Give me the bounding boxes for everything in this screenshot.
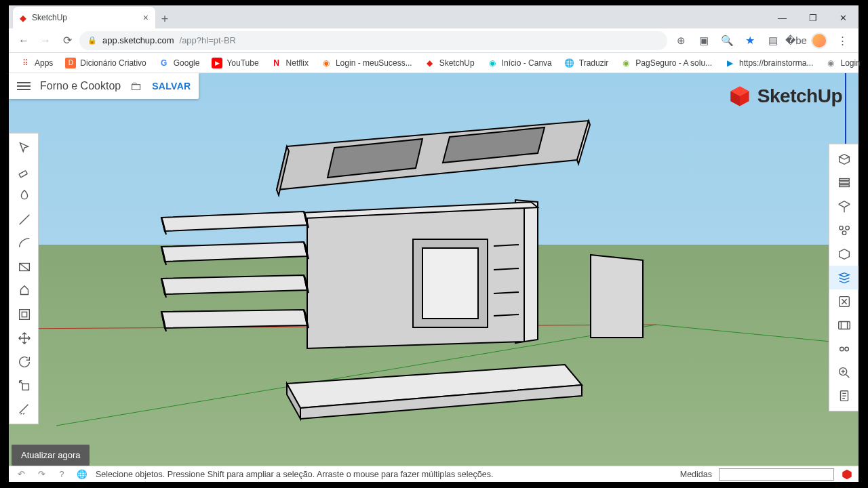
svg-point-44 xyxy=(840,226,844,230)
url-path: /app?hl=pt-BR xyxy=(180,35,236,45)
address-row: ← → ⟳ 🔒 app.sketchup.com/app?hl=pt-BR ⊕ … xyxy=(9,28,859,53)
nav-forward-button[interactable]: → xyxy=(36,31,55,50)
menu-hamburger-icon[interactable] xyxy=(17,82,31,90)
bookmark-google[interactable]: GGoogle xyxy=(153,55,205,71)
views-panel[interactable] xyxy=(829,337,859,361)
svg-marker-53 xyxy=(842,469,852,479)
browser-tab[interactable]: ◆ SketchUp × xyxy=(13,7,155,28)
tab-close-icon[interactable]: × xyxy=(143,12,149,23)
nav-back-button[interactable]: ← xyxy=(14,31,33,50)
app-header: Forno e Cooktop 🗀 SALVAR xyxy=(9,73,199,99)
nav-reload-button[interactable]: ⟳ xyxy=(58,31,77,50)
instructor-panel[interactable] xyxy=(829,171,859,195)
sketchup-favicon: ◆ xyxy=(20,13,26,23)
document-title[interactable]: Forno e Cooktop xyxy=(40,80,121,92)
eraser-tool[interactable] xyxy=(9,160,39,184)
line-tool[interactable] xyxy=(9,207,39,231)
window-close[interactable]: ✕ xyxy=(828,7,859,28)
address-bar[interactable]: 🔒 app.sketchup.com/app?hl=pt-BR xyxy=(79,31,667,50)
status-hint: Selecione objetos. Pressione Shift para … xyxy=(96,470,493,479)
extensions-icon[interactable]: �be xyxy=(788,33,804,49)
scenes-panel[interactable] xyxy=(829,313,859,337)
status-bar: ↶ ↷ ? 🌐 Selecione objetos. Pressione Shi… xyxy=(9,466,859,482)
select-tool[interactable] xyxy=(9,136,39,160)
bookmark-icon: ▶ xyxy=(724,58,735,68)
zoom-icon[interactable]: ⊕ xyxy=(673,33,689,49)
tab-strip: ◆ SketchUp × + — ❐ ✕ xyxy=(9,5,859,28)
brand-logo: SketchUp xyxy=(728,84,842,108)
bookmark-dicionario[interactable]: DDicionário Criativo xyxy=(60,55,151,71)
svg-rect-38 xyxy=(20,309,30,319)
search-panel[interactable] xyxy=(829,361,859,384)
paint-tool[interactable] xyxy=(9,184,39,207)
bookmark-icon: ◉ xyxy=(620,58,631,68)
scale-tool[interactable] xyxy=(9,373,39,397)
measurement-input[interactable] xyxy=(719,468,834,481)
bookmark-icon: ◉ xyxy=(825,58,836,68)
language-icon[interactable]: 🌐 xyxy=(75,468,89,481)
svg-rect-48 xyxy=(839,321,850,329)
bookmark-youtube[interactable]: ▶YouTube xyxy=(206,55,264,71)
arc-tool[interactable] xyxy=(9,231,39,255)
offset-tool[interactable] xyxy=(9,302,39,326)
window-controls: — ❐ ✕ xyxy=(767,7,859,28)
redo-icon[interactable]: ↷ xyxy=(35,468,48,481)
pushpull-tool[interactable] xyxy=(9,279,39,302)
bookmark-login[interactable]: ◉Login xyxy=(820,55,865,71)
bookmark-brainstorm[interactable]: ▶https://brainstorma... xyxy=(719,55,818,71)
components-panel[interactable] xyxy=(829,195,859,218)
new-tab-button[interactable]: + xyxy=(155,9,174,28)
update-banner[interactable]: Atualizar agora xyxy=(12,445,90,466)
svg-point-46 xyxy=(842,230,846,235)
measurement-label: Medidas xyxy=(680,470,712,479)
window-maximize[interactable]: ❐ xyxy=(797,7,828,28)
materials-panel[interactable] xyxy=(829,218,859,242)
bookmark-canva[interactable]: ◉Início - Canva xyxy=(481,55,557,71)
sketchup-icon: ◆ xyxy=(425,58,435,68)
bookmark-login-meusucess[interactable]: ◉Login - meuSucess... xyxy=(315,55,418,71)
bookmark-icon: ◉ xyxy=(321,58,332,68)
styles-panel[interactable] xyxy=(829,242,859,266)
youtube-icon: ▶ xyxy=(212,58,222,68)
svg-rect-42 xyxy=(840,182,850,184)
help-icon[interactable]: ? xyxy=(55,468,68,481)
viewport-canvas[interactable] xyxy=(9,73,859,482)
rectangle-tool[interactable] xyxy=(9,255,39,279)
outliner-panel[interactable] xyxy=(829,384,859,408)
entity-info-panel[interactable] xyxy=(829,147,859,171)
bookmark-traduzir[interactable]: 🌐Traduzir xyxy=(559,55,614,71)
chrome-window: ◆ SketchUp × + — ❐ ✕ ← → ⟳ 🔒 app.sketchu… xyxy=(9,5,859,482)
tape-tool[interactable] xyxy=(9,397,39,421)
reading-list-icon[interactable]: ▤ xyxy=(765,33,781,49)
search-icon[interactable]: 🔍 xyxy=(719,33,735,49)
move-tool[interactable] xyxy=(9,326,39,350)
bookmark-apps[interactable]: ⠿Apps xyxy=(14,55,58,71)
svg-point-49 xyxy=(840,347,844,351)
svg-rect-36 xyxy=(19,170,27,177)
layers-panel[interactable] xyxy=(829,266,859,289)
translate-icon: 🌐 xyxy=(564,58,575,68)
svg-rect-39 xyxy=(22,312,26,317)
svg-point-45 xyxy=(846,226,850,230)
window-minimize[interactable]: — xyxy=(767,7,797,28)
sketchup-app: Forno e Cooktop 🗀 SALVAR SketchUp xyxy=(9,73,859,482)
save-button[interactable]: SALVAR xyxy=(152,81,191,92)
canva-icon: ◉ xyxy=(487,58,498,68)
bookmark-star-icon[interactable]: ★ xyxy=(742,33,758,49)
rotate-tool[interactable] xyxy=(9,350,39,373)
folder-icon[interactable]: 🗀 xyxy=(130,79,142,94)
chrome-menu-icon[interactable]: ⋮ xyxy=(834,33,850,49)
google-icon: G xyxy=(159,58,170,68)
tab-title: SketchUp xyxy=(32,13,67,22)
apps-grid-icon: ⠿ xyxy=(20,58,31,68)
bookmark-sketchup[interactable]: ◆SketchUp xyxy=(419,55,480,71)
undo-icon[interactable]: ↶ xyxy=(14,468,28,481)
display-panel[interactable] xyxy=(829,289,859,313)
profile-avatar[interactable] xyxy=(811,33,827,49)
bookmark-icon: D xyxy=(65,58,76,68)
svg-point-50 xyxy=(845,347,849,351)
bookmark-netflix[interactable]: NNetflix xyxy=(266,55,314,71)
bookmark-pagseguro[interactable]: ◉PagSeguro - A solu... xyxy=(615,55,717,71)
install-icon[interactable]: ▣ xyxy=(696,33,712,49)
address-actions: ⊕ ▣ 🔍 ★ ▤ �be ⋮ xyxy=(670,33,853,49)
